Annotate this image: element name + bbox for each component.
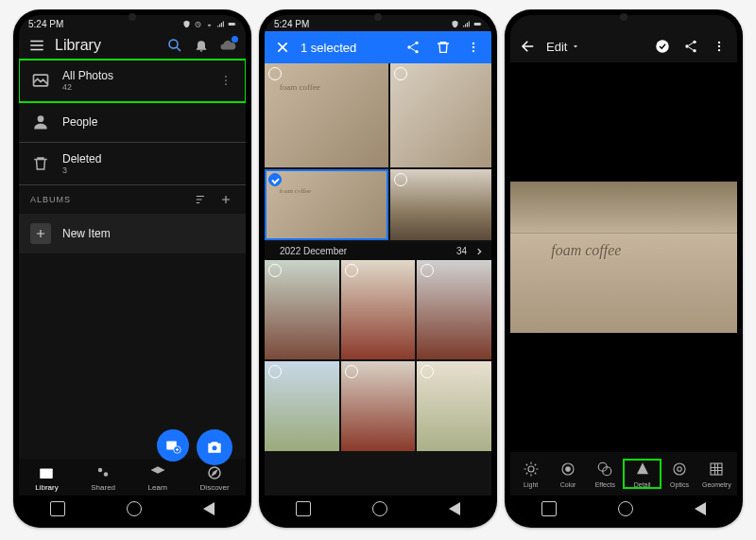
svg-rect-12 [41,469,54,479]
select-check-icon[interactable] [268,173,282,186]
select-ring-icon[interactable] [421,365,434,378]
back-button[interactable] [203,502,215,515]
close-selection-button[interactable] [274,39,291,56]
tool-light[interactable]: Light [512,460,549,488]
alarm-icon [194,20,202,28]
add-album-button[interactable] [217,191,234,208]
geometry-icon [707,460,726,479]
date-group-header[interactable]: 2022 December 34 [265,242,491,260]
nav-library[interactable]: Library [35,464,58,492]
row-count: 3 [62,165,101,175]
svg-point-28 [718,42,720,44]
tool-optics[interactable]: Optics [661,460,697,488]
home-button[interactable] [618,501,633,516]
tool-label: Optics [670,481,689,488]
svg-point-6 [225,79,227,81]
select-ring-icon[interactable] [268,67,282,80]
photo-thumb[interactable] [265,361,339,451]
row-people[interactable]: People [19,102,246,143]
camera-button[interactable] [197,429,232,465]
back-button[interactable] [695,502,706,515]
tool-label: Geometry [702,481,731,488]
edit-canvas[interactable]: foam coffee [510,62,737,452]
photo-thumb[interactable]: foam coffee [265,63,388,167]
selection-bar: 1 selected [265,31,491,63]
svg-point-27 [693,49,696,52]
section-header-albums: ALBUMS [19,185,246,214]
recents-button[interactable] [50,501,65,516]
tool-label: Effects [595,481,615,488]
photo-thumb-selected[interactable]: foam coffee [265,169,388,240]
select-ring-icon[interactable] [421,264,434,277]
chevron-down-icon [571,42,580,51]
edit-mode-dropdown[interactable]: Edit [546,40,644,54]
phone-selection: 5:24 PM 1 selected [259,9,497,528]
home-button[interactable] [127,501,142,516]
search-button[interactable] [166,37,183,54]
nav-label: Discover [200,483,230,492]
approve-button[interactable] [654,38,671,55]
tool-geometry[interactable]: Geometry [698,460,735,488]
back-button[interactable] [520,38,537,55]
row-new-item[interactable]: New Item [19,214,246,253]
notifications-button[interactable] [193,37,210,54]
tool-effects[interactable]: Effects [587,460,624,488]
photo-thumb[interactable] [417,361,491,451]
svg-point-8 [38,115,44,122]
tool-color[interactable]: Color [549,460,586,488]
photo-thumb[interactable] [390,169,491,240]
row-label: All Photos [62,69,113,82]
select-ring-icon[interactable] [268,264,282,277]
delete-button[interactable] [435,39,452,56]
photo-text: foam coffee [551,242,621,259]
svg-point-33 [566,467,571,472]
optics-icon [670,460,689,479]
select-ring-icon[interactable] [345,365,358,378]
nav-label: Library [35,483,58,492]
select-ring-icon[interactable] [394,173,407,186]
page-title: Library [55,37,157,54]
cloud-button[interactable] [219,37,236,54]
import-button[interactable] [157,429,189,462]
edit-image: foam coffee [510,182,737,333]
sort-button[interactable] [193,191,210,208]
row-more-button[interactable] [217,72,234,89]
photo-text-icon: foam coffee [280,187,312,195]
nav-shared[interactable]: Shared [91,464,115,492]
photo-thumb[interactable] [390,63,491,167]
phone-library: 5:24 PM Library [13,9,251,528]
share-button[interactable] [682,38,699,55]
nav-learn[interactable]: Learn [148,464,167,492]
row-deleted[interactable]: Deleted 3 [19,143,246,185]
menu-button[interactable] [28,37,45,54]
home-button[interactable] [372,501,387,516]
tool-detail[interactable]: Detail [624,460,661,488]
share-button[interactable] [404,39,421,56]
people-icon [30,112,51,132]
select-ring-icon[interactable] [394,67,407,80]
recents-button[interactable] [296,501,311,516]
select-ring-icon[interactable] [345,264,358,277]
photo-thumb[interactable] [341,260,416,359]
photo-grid[interactable]: foam coffee foam coffee 2022 December [265,63,491,496]
edit-title-bar: Edit [510,30,737,62]
nav-discover[interactable]: Discover [200,464,230,492]
row-all-photos[interactable]: All Photos 42 [19,60,246,102]
photo-thumb[interactable] [341,361,416,451]
camera-notch [374,13,382,21]
nav-label: Shared [91,483,115,492]
more-button[interactable] [465,39,482,56]
status-time: 5:24 PM [274,19,309,29]
photo-thumb[interactable] [417,260,491,359]
photo-thumb[interactable] [265,260,339,359]
row-label: New Item [62,227,111,240]
svg-point-13 [98,468,103,473]
row-count: 42 [62,82,113,92]
recents-button[interactable] [541,501,557,516]
more-button[interactable] [711,38,728,55]
svg-point-18 [415,42,418,44]
select-ring-icon[interactable] [268,365,282,378]
svg-point-7 [225,83,227,85]
camera-notch [129,13,136,21]
back-button[interactable] [449,502,460,515]
